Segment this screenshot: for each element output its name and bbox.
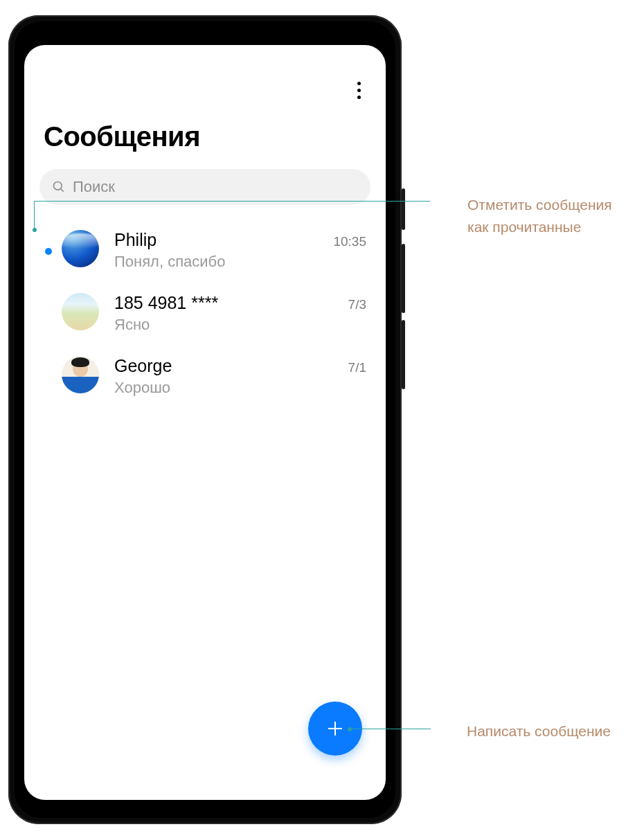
- unread-indicator: [45, 248, 52, 255]
- avatar: [62, 356, 99, 393]
- conversation-row[interactable]: Philip 10:35 Понял, спасибо: [24, 219, 386, 282]
- side-button: [402, 320, 405, 389]
- contact-name: Philip: [114, 230, 156, 250]
- page-title: Сообщения: [24, 73, 386, 169]
- message-preview: Ясно: [114, 316, 366, 334]
- timestamp: 7/1: [348, 360, 366, 375]
- timestamp: 10:35: [333, 234, 366, 249]
- more-icon: [357, 89, 361, 92]
- avatar: [62, 230, 99, 267]
- search-input[interactable]: [73, 178, 358, 196]
- avatar: [62, 293, 99, 330]
- svg-point-0: [54, 182, 62, 190]
- more-icon: [357, 82, 361, 85]
- side-button: [402, 188, 405, 230]
- callout-text: Написать сообщение: [467, 720, 611, 742]
- header: Сообщения: [24, 45, 386, 169]
- callout-text: Отметить сообщения как прочитанные: [467, 194, 629, 238]
- plus-icon: [325, 718, 346, 739]
- timestamp: 7/3: [348, 297, 366, 312]
- contact-name: George: [114, 356, 172, 376]
- more-menu-button[interactable]: [348, 80, 369, 100]
- conversation-row[interactable]: 185 4981 **** 7/3 Ясно: [24, 282, 386, 345]
- conversation-list: Philip 10:35 Понял, спасибо 185 4981 ***…: [24, 212, 386, 408]
- screen: Сообщения Philip 10:35: [24, 45, 386, 800]
- search-bar[interactable]: [39, 169, 370, 205]
- message-preview: Понял, спасибо: [114, 253, 366, 271]
- conversation-row[interactable]: George 7/1 Хорошо: [24, 345, 386, 408]
- more-icon: [357, 96, 361, 99]
- phone-frame: Сообщения Philip 10:35: [8, 15, 402, 824]
- svg-line-1: [61, 189, 64, 192]
- side-button: [402, 244, 405, 313]
- contact-name: 185 4981 ****: [114, 293, 218, 313]
- message-preview: Хорошо: [114, 379, 366, 397]
- search-icon: [52, 180, 66, 194]
- compose-button[interactable]: [308, 702, 362, 756]
